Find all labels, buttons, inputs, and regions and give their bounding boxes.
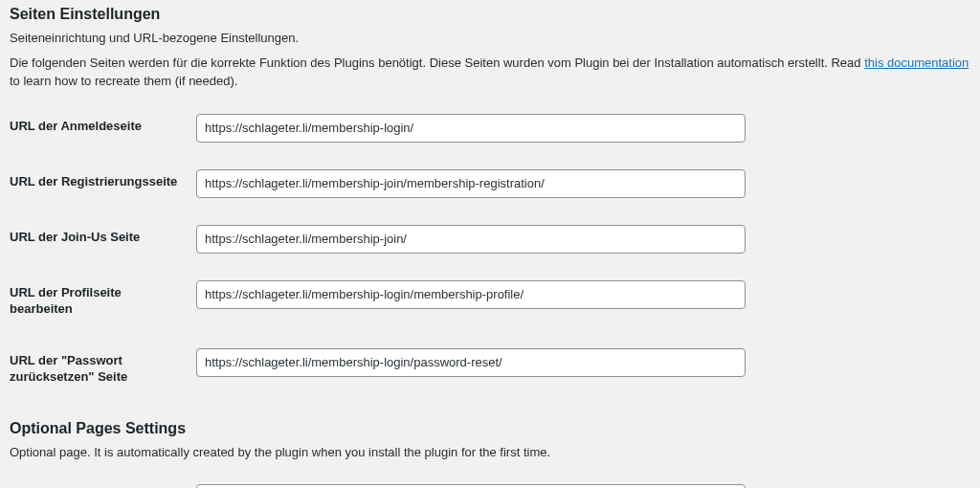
thank-you-page-url-label: Thank You Page URL: [10, 471, 196, 488]
page-settings-intro: Die folgenden Seiten werden für die korr…: [10, 54, 970, 91]
optional-pages-subtitle: Optional page. It is automatically creat…: [10, 443, 970, 462]
join-us-page-url-input[interactable]: [196, 225, 746, 254]
password-reset-page-url-input[interactable]: [196, 348, 746, 377]
documentation-link[interactable]: this documentation: [864, 55, 969, 70]
intro-text-before: Die folgenden Seiten werden für die korr…: [10, 55, 864, 70]
page-settings-heading: Seiten Einstellungen: [10, 6, 970, 23]
intro-text-after: to learn how to recreate them (if needed…: [10, 74, 237, 88]
login-page-url-label: URL der Anmeldeseite: [10, 100, 196, 156]
join-us-page-url-label: URL der Join-Us Seite: [10, 211, 196, 267]
password-reset-page-url-label: URL der "Passwort zurücksetzen" Seite: [10, 335, 196, 403]
registration-page-url-label: URL der Registrierungsseite: [10, 156, 196, 211]
profile-edit-page-url-label: URL der Profilseite bearbeiten: [10, 267, 196, 335]
optional-pages-heading: Optional Pages Settings: [10, 420, 970, 437]
registration-page-url-input[interactable]: [196, 169, 746, 198]
profile-edit-page-url-input[interactable]: [196, 280, 746, 309]
login-page-url-input[interactable]: [196, 114, 746, 143]
page-settings-subtitle: Seiteneinrichtung und URL-bezogene Einst…: [10, 29, 970, 48]
thank-you-page-url-input[interactable]: [196, 484, 746, 488]
